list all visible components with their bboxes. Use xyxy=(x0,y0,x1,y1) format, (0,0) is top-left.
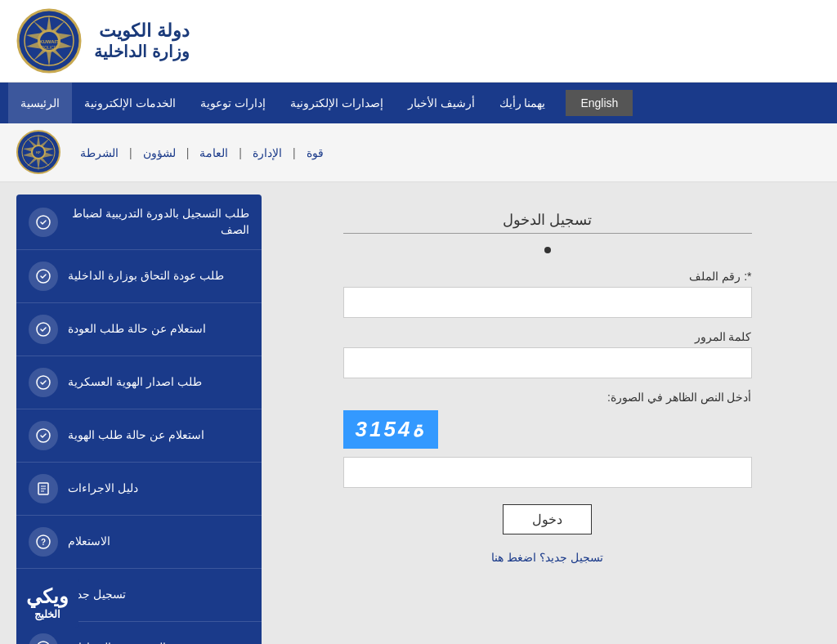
login-divider-dot xyxy=(544,247,551,253)
register-link-area: تسجيل جديد؟ اضغط هنا xyxy=(343,551,752,564)
nav-item-archive[interactable]: أرشيف الأخبار xyxy=(396,83,487,123)
english-button[interactable]: English xyxy=(566,90,633,116)
header-title-sub: وزارة الداخلية xyxy=(94,42,190,61)
header-titles: دولة الكويت وزارة الداخلية xyxy=(94,20,190,61)
sidebar-item-rejoin-label: طلب عودة التحاق بوزارة الداخلية xyxy=(68,268,224,284)
sidebar-item-verify-certificates-label: التحقق من الشهادات xyxy=(68,640,166,644)
captcha-group: أدخل النص الظاهر في الصورة: 3ة154 xyxy=(343,391,752,488)
police-badge-logo: KUWAIT POLICE xyxy=(16,8,82,74)
captcha-label: أدخل النص الظاهر في الصورة: xyxy=(343,391,752,404)
sub-nav-admin[interactable]: الإدارة xyxy=(246,145,289,161)
svg-text:KUWAIT: KUWAIT xyxy=(39,39,59,44)
wiki-logo-main: ويكي xyxy=(26,585,69,609)
sidebar-item-procedures[interactable]: دليل الاجراءات xyxy=(16,463,262,516)
sidebar-item-procedures-icon xyxy=(29,474,58,503)
sidebar-item-return-status-label: استعلام عن حالة طلب العودة xyxy=(68,321,206,338)
nav-item-feedback[interactable]: يهمنا رأيك xyxy=(487,83,558,123)
sidebar: طلب التسجيل بالدورة التدريبية لضباط الصف… xyxy=(16,195,262,644)
nav-item-publications[interactable]: إصدارات الإلكترونية xyxy=(278,83,396,123)
file-number-label: *: رقم الملف xyxy=(343,270,752,283)
sidebar-item-inquiry-label: الاستعلام xyxy=(68,534,110,550)
sub-nav: الشرطة | لشؤون | العامة | الإدارة | قوة … xyxy=(0,123,837,182)
captcha-input[interactable] xyxy=(343,457,752,488)
svg-text:?: ? xyxy=(41,538,46,547)
sidebar-item-military-id-label: طلب اصدار الهوية العسكرية xyxy=(68,374,202,391)
sidebar-item-id-status-label: استعلام عن حالة طلب الهوية xyxy=(68,427,204,444)
sidebar-item-verify-certificates-icon xyxy=(29,633,58,644)
password-label: كلمة المرور xyxy=(343,330,752,343)
sub-nav-links: الشرطة | لشؤون | العامة | الإدارة | قوة xyxy=(74,145,330,161)
sidebar-item-rejoin-icon xyxy=(29,262,58,291)
sidebar-item-rejoin[interactable]: طلب عودة التحاق بوزارة الداخلية xyxy=(16,250,262,303)
login-divider xyxy=(343,233,752,234)
sub-nav-logo: KP xyxy=(16,130,61,175)
sidebar-item-inquiry-icon: ? xyxy=(29,527,58,557)
sidebar-item-military-id[interactable]: طلب اصدار الهوية العسكرية xyxy=(16,356,262,409)
wiki-logo: ويكي الخليج xyxy=(16,579,78,628)
main-content: طلب التسجيل بالدورة التدريبية لضباط الصف… xyxy=(0,182,837,644)
nav-item-home[interactable]: الرئيسية xyxy=(8,83,72,123)
header-title-main: دولة الكويت xyxy=(94,20,190,42)
sidebar-item-training-icon xyxy=(29,208,58,237)
sidebar-item-training-label: طلب التسجيل بالدورة التدريبية لضباط الصف xyxy=(68,206,249,238)
header: دولة الكويت وزارة الداخلية KUWAIT POLICE xyxy=(0,0,837,83)
sub-nav-general[interactable]: العامة xyxy=(193,145,235,161)
svg-text:KP: KP xyxy=(36,150,41,154)
sidebar-item-id-status[interactable]: استعلام عن حالة طلب الهوية xyxy=(16,409,262,463)
file-number-input[interactable] xyxy=(343,287,752,318)
nav-item-eservices[interactable]: الخدمات الإلكترونية xyxy=(72,83,188,123)
sub-nav-police[interactable]: الشرطة xyxy=(74,145,125,161)
sub-nav-force[interactable]: قوة xyxy=(300,145,330,161)
login-box: تسجيل الدخول *: رقم الملف كلمة المرور أد… xyxy=(343,211,752,564)
login-button[interactable]: دخول xyxy=(503,504,592,534)
sidebar-item-military-id-icon xyxy=(29,368,58,397)
login-title: تسجيل الدخول xyxy=(343,211,752,229)
password-group: كلمة المرور xyxy=(343,330,752,378)
navbar: الرئيسية الخدمات الإلكترونية إدارات توعو… xyxy=(0,83,837,123)
login-area: تسجيل الدخول *: رقم الملف كلمة المرور أد… xyxy=(274,195,821,644)
sidebar-item-return-status-icon xyxy=(29,315,58,344)
register-link[interactable]: تسجيل جديد؟ اضغط هنا xyxy=(491,551,603,564)
captcha-image: 3ة154 xyxy=(343,410,439,449)
sidebar-item-training[interactable]: طلب التسجيل بالدورة التدريبية لضباط الصف xyxy=(16,195,262,250)
sidebar-item-inquiry[interactable]: الاستعلام ? xyxy=(16,516,262,569)
sidebar-item-id-status-icon xyxy=(29,421,58,450)
login-button-area: دخول xyxy=(343,504,752,534)
password-input[interactable] xyxy=(343,347,752,378)
file-number-group: *: رقم الملف xyxy=(343,270,752,318)
nav-item-awareness[interactable]: إدارات توعوية xyxy=(188,83,278,123)
svg-text:POLICE: POLICE xyxy=(42,45,57,50)
wiki-logo-sub: الخليج xyxy=(26,608,69,621)
sidebar-item-return-status[interactable]: استعلام عن حالة طلب العودة xyxy=(16,303,262,356)
sub-nav-affairs[interactable]: لشؤون xyxy=(137,145,182,161)
sidebar-item-procedures-label: دليل الاجراءات xyxy=(68,481,138,497)
